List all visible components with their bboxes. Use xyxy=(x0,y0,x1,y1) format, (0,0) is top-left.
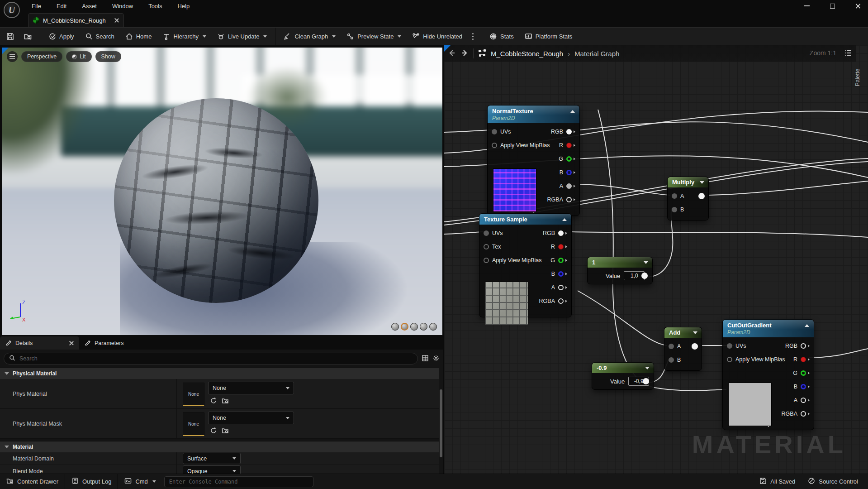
breadcrumb-page[interactable]: Material Graph xyxy=(574,50,619,58)
maximize-button[interactable] xyxy=(826,1,838,10)
details-scrollbar[interactable] xyxy=(440,389,442,457)
platform-stats-button[interactable]: Platform Stats xyxy=(519,28,578,46)
input-pin-uvs[interactable] xyxy=(492,129,497,134)
hide-unrelated-button[interactable]: Hide Unrelated xyxy=(407,28,468,46)
content-drawer-button[interactable]: Content Drawer xyxy=(0,474,65,489)
tab-close-icon[interactable] xyxy=(114,18,119,23)
live-update-button[interactable]: Live Update xyxy=(212,28,272,46)
console-command-input[interactable] xyxy=(169,479,308,485)
use-selected-icon[interactable] xyxy=(210,427,217,436)
phys-material-thumbnail[interactable]: None xyxy=(183,383,204,406)
output-pin[interactable] xyxy=(641,273,648,279)
output-pin[interactable] xyxy=(698,193,705,199)
node-header[interactable]: Texture Sample xyxy=(479,214,571,225)
palette-side-tab[interactable]: Palette xyxy=(855,69,861,86)
graph-node-multiply[interactable]: MultiplyAB xyxy=(667,177,709,221)
node-header[interactable]: Add xyxy=(664,327,702,338)
output-pin-rgb[interactable] xyxy=(558,230,564,236)
menu-edit[interactable]: Edit xyxy=(57,3,66,10)
chevron-down-icon[interactable] xyxy=(700,181,704,184)
console-command-box[interactable] xyxy=(164,476,313,487)
output-pin-r[interactable] xyxy=(566,143,572,148)
perspective-button[interactable]: Perspective xyxy=(21,51,62,62)
tab-parameters[interactable]: Parameters xyxy=(79,336,129,350)
gear-icon[interactable] xyxy=(432,355,440,363)
output-pin[interactable] xyxy=(692,343,698,350)
output-pin-rgba[interactable] xyxy=(566,197,572,202)
plane-mesh-button[interactable] xyxy=(410,323,418,331)
menu-file[interactable]: File xyxy=(32,3,41,10)
menu-asset[interactable]: Asset xyxy=(82,3,97,10)
node-header[interactable]: 1 xyxy=(588,257,652,268)
graph-node-cutout-gradient[interactable]: CutOutGradientParam2DUVsRGBApply View Mi… xyxy=(722,319,814,430)
home-button[interactable]: Home xyxy=(120,28,157,46)
forward-arrow-icon[interactable] xyxy=(460,49,469,58)
phys-material-mask-thumbnail[interactable]: None xyxy=(183,412,204,436)
output-pin-b[interactable] xyxy=(558,271,564,277)
phys-material-mask-dropdown[interactable]: None xyxy=(208,412,294,424)
custom-mesh-button[interactable] xyxy=(429,323,437,331)
preview-viewport[interactable]: Perspective Lit Show Z X xyxy=(2,48,442,335)
menu-help[interactable]: Help xyxy=(177,3,190,10)
input-pin-a[interactable] xyxy=(669,344,674,349)
input-pin-tex[interactable] xyxy=(484,244,489,249)
preview-sphere[interactable] xyxy=(114,98,318,303)
input-pin-apply-view-mipbias[interactable] xyxy=(727,357,732,362)
output-pin-rgb[interactable] xyxy=(801,343,806,349)
close-button[interactable] xyxy=(852,1,863,10)
browse-button[interactable] xyxy=(19,28,37,46)
chevron-down-icon[interactable] xyxy=(645,367,650,369)
unreal-logo[interactable]: U xyxy=(4,2,20,18)
grid-view-icon[interactable] xyxy=(422,355,429,363)
input-pin-uvs[interactable] xyxy=(484,230,489,236)
apply-button[interactable]: Apply xyxy=(43,28,80,46)
details-search[interactable] xyxy=(4,353,418,364)
preview-state-button[interactable]: Preview State xyxy=(341,28,407,46)
menu-tools[interactable]: Tools xyxy=(148,3,162,10)
asset-tab[interactable]: M_CobbleStone_Rough xyxy=(28,13,124,27)
output-pin-b[interactable] xyxy=(801,384,806,389)
collapse-up-icon[interactable] xyxy=(570,110,575,113)
output-pin-g[interactable] xyxy=(566,156,572,162)
save-button[interactable] xyxy=(0,28,19,46)
input-pin-a[interactable] xyxy=(672,193,677,199)
graph-node-constant-neg-0-9[interactable]: -0.9Value xyxy=(592,362,654,390)
output-pin-g[interactable] xyxy=(801,370,806,376)
show-button[interactable]: Show xyxy=(95,51,121,62)
graph-node-add[interactable]: AddAB xyxy=(664,327,702,371)
graph-node-normal-texture[interactable]: NormalTextureParam2DUVsRGBApply View Mip… xyxy=(487,105,580,216)
section-material[interactable]: Material xyxy=(0,441,439,452)
material-graph-panel[interactable]: NormalTextureParam2DUVsRGBApply View Mip… xyxy=(444,45,868,474)
chevron-down-icon[interactable] xyxy=(644,261,648,264)
minimize-button[interactable] xyxy=(801,1,813,10)
details-tab-close-icon[interactable] xyxy=(69,341,74,345)
node-header[interactable]: NormalTextureParam2D xyxy=(488,105,579,123)
stats-button[interactable]: Stats xyxy=(484,28,519,46)
input-pin-uvs[interactable] xyxy=(727,343,732,349)
output-pin-r[interactable] xyxy=(558,244,564,249)
cube-mesh-button[interactable] xyxy=(420,323,427,331)
node-header[interactable]: -0.9 xyxy=(592,363,654,373)
output-pin-a[interactable] xyxy=(801,398,806,403)
breadcrumb-asset[interactable]: M_CobbleStone_Rough xyxy=(491,50,563,58)
search-button[interactable]: Search xyxy=(80,28,120,46)
output-pin-a[interactable] xyxy=(558,285,564,290)
input-pin-b[interactable] xyxy=(669,357,674,363)
node-header[interactable]: Multiply xyxy=(668,177,708,187)
lit-button[interactable]: Lit xyxy=(66,51,91,62)
sphere-mesh-button[interactable] xyxy=(401,323,408,331)
input-pin-b[interactable] xyxy=(672,207,677,212)
collapse-up-icon[interactable] xyxy=(805,324,809,327)
all-saved-button[interactable]: All Saved xyxy=(753,474,802,489)
output-pin-g[interactable] xyxy=(558,258,564,263)
palette-list-icon[interactable] xyxy=(844,49,853,58)
output-log-button[interactable]: Output Log xyxy=(65,474,118,489)
material-domain-dropdown[interactable]: Surface xyxy=(183,453,241,464)
cmd-dropdown[interactable]: Cmd xyxy=(118,474,162,489)
menu-window[interactable]: Window xyxy=(112,3,133,10)
chevron-down-icon[interactable] xyxy=(693,331,697,334)
output-pin[interactable] xyxy=(643,378,649,384)
use-selected-icon[interactable] xyxy=(210,397,217,406)
output-pin-rgba[interactable] xyxy=(558,298,564,304)
graph-node-texture-sample[interactable]: Texture SampleUVsRGBTexRApply View MipBi… xyxy=(479,213,572,317)
